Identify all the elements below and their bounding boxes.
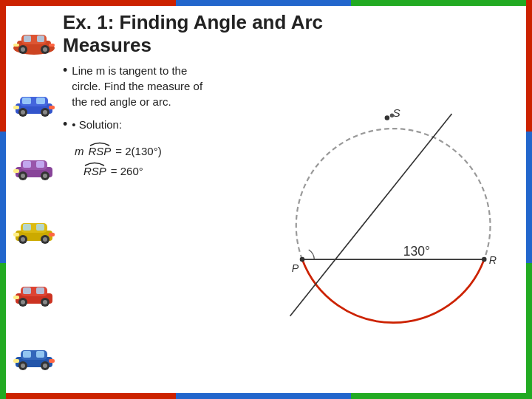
svg-rect-32 <box>23 224 31 231</box>
svg-point-28 <box>43 174 47 178</box>
svg-rect-29 <box>13 169 19 173</box>
border-left <box>0 0 6 399</box>
svg-rect-4 <box>37 35 44 42</box>
border-bottom <box>0 393 532 399</box>
svg-rect-43 <box>36 287 44 294</box>
bullet-dot-1: • <box>63 63 67 109</box>
main-content: Ex. 1: Finding Angle and Arc Measures • … <box>63 7 525 392</box>
geometry-diagram: S P R 130° <box>225 63 525 392</box>
svg-rect-24 <box>36 161 44 168</box>
svg-point-35 <box>21 237 25 242</box>
point-p-label: P <box>292 262 299 274</box>
svg-rect-10 <box>49 44 55 47</box>
arc-rsp-2: RSP <box>83 160 106 177</box>
svg-point-45 <box>21 300 25 304</box>
svg-rect-23 <box>23 161 31 168</box>
svg-point-61 <box>385 116 390 121</box>
car-2 <box>11 90 57 118</box>
svg-point-37 <box>43 237 47 242</box>
svg-point-63 <box>300 257 305 262</box>
car-6 <box>11 344 57 372</box>
svg-point-18 <box>43 110 47 115</box>
solution-text: • Solution: <box>72 117 122 133</box>
svg-rect-3 <box>24 35 31 42</box>
diagram-area: S P R 130° <box>225 63 525 392</box>
cars-column <box>6 6 61 393</box>
svg-point-8 <box>43 47 47 52</box>
car-5 <box>11 280 57 308</box>
svg-point-54 <box>21 364 25 368</box>
svg-rect-42 <box>23 287 31 294</box>
svg-line-59 <box>290 114 452 316</box>
text-section: • Line m is tangent to the circle. Find … <box>63 63 225 392</box>
svg-rect-38 <box>13 233 19 236</box>
solution-label: • • Solution: <box>63 117 218 133</box>
svg-rect-39 <box>49 233 55 236</box>
point-s-label: S <box>393 107 401 120</box>
solution-line-2: RSP = 260° <box>83 160 218 177</box>
svg-rect-51 <box>23 351 31 358</box>
svg-point-62 <box>390 114 394 117</box>
border-top <box>0 0 532 6</box>
solution-dot: • <box>63 117 67 133</box>
point-r-label: R <box>489 254 497 266</box>
svg-point-16 <box>21 110 25 115</box>
car-1 <box>11 27 57 55</box>
svg-rect-19 <box>13 106 19 109</box>
svg-point-47 <box>43 300 47 304</box>
car-3 <box>11 154 57 182</box>
svg-rect-9 <box>13 44 19 47</box>
bullet-1: • Line m is tangent to the circle. Find … <box>63 63 218 109</box>
m-label: m <box>75 145 84 157</box>
svg-point-26 <box>21 174 25 178</box>
svg-rect-48 <box>13 296 19 299</box>
bullet-1-text: Line m is tangent to the circle. Find th… <box>72 63 218 109</box>
svg-rect-33 <box>36 224 44 231</box>
car-4 <box>11 217 57 245</box>
slide-title: Ex. 1: Finding Angle and Arc Measures <box>63 11 525 57</box>
svg-rect-14 <box>36 98 45 104</box>
svg-rect-20 <box>49 106 55 109</box>
solution-section: • • Solution: m RSP = 2(130°) <box>63 117 218 177</box>
solution-line-1: m RSP = 2(130°) <box>75 140 218 157</box>
eq-1: = 2(130°) <box>115 145 161 157</box>
eq-2: = 260° <box>111 165 143 177</box>
svg-rect-13 <box>22 98 31 104</box>
svg-point-64 <box>482 257 487 262</box>
svg-point-6 <box>21 47 25 52</box>
svg-point-56 <box>43 364 47 368</box>
svg-rect-58 <box>49 359 55 363</box>
arc-rsp-1: RSP <box>89 140 112 157</box>
angle-label: 130° <box>403 244 430 259</box>
svg-rect-52 <box>36 351 44 358</box>
svg-rect-57 <box>13 359 19 363</box>
border-right <box>526 0 532 399</box>
